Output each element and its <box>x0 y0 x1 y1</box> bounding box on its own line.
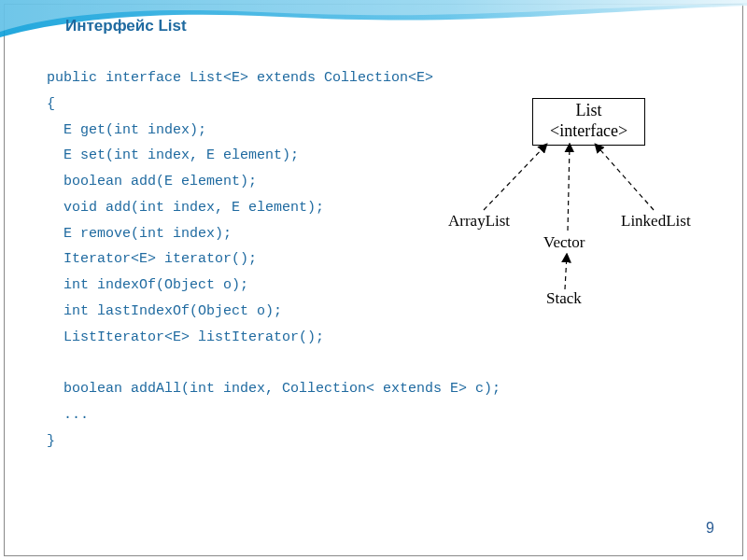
list-box-subtitle: <interface> <box>550 121 627 142</box>
code-line: ... <box>47 407 89 423</box>
code-line: { <box>47 96 55 112</box>
code-line: ListIterator<E> listIterator(); <box>47 329 324 345</box>
svg-line-0 <box>484 145 546 210</box>
code-line: public interface List<E> extends Collect… <box>47 70 433 86</box>
svg-line-1 <box>568 145 570 231</box>
class-hierarchy-diagram: List <interface> ArrayList Vector Linked… <box>430 98 700 313</box>
arraylist-label: ArrayList <box>448 212 510 231</box>
list-interface-box: List <interface> <box>532 98 645 146</box>
code-line: Iterator<E> iterator(); <box>47 251 257 267</box>
linkedlist-label: LinkedList <box>621 212 691 231</box>
page-number: 9 <box>706 520 714 537</box>
code-line: void add(int index, E element); <box>47 200 324 216</box>
code-line: E get(int index); <box>47 122 206 138</box>
code-line: boolean add(E element); <box>47 174 257 189</box>
slide-title: Интерфейс List <box>65 17 187 35</box>
stack-label: Stack <box>546 289 582 308</box>
list-box-title: List <box>550 101 627 121</box>
code-line: E remove(int index); <box>47 226 232 242</box>
code-line: E set(int index, E element); <box>47 147 299 163</box>
code-line: int lastIndexOf(Object o); <box>47 303 282 319</box>
svg-line-2 <box>596 145 654 210</box>
code-line: int indexOf(Object o); <box>47 277 248 293</box>
code-line: boolean addAll(int index, Collection< ex… <box>47 381 500 397</box>
svg-line-3 <box>565 255 567 289</box>
vector-label: Vector <box>543 233 585 252</box>
code-line: } <box>47 433 55 449</box>
